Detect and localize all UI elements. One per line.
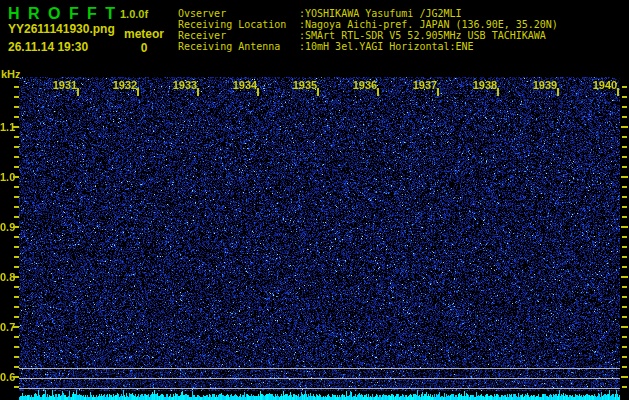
x-axis-time-tick: [77, 88, 79, 96]
y-axis-minor-tick-right: [622, 246, 627, 248]
y-axis-minor-tick-right: [622, 186, 627, 188]
y-axis-minor-tick: [14, 286, 19, 288]
y-axis-major-tick: [13, 376, 19, 378]
x-axis-time-tick: [377, 88, 379, 96]
y-axis-label: 1.1: [0, 121, 14, 133]
y-axis-minor-tick: [14, 306, 19, 308]
station-info-row: Receiving Antenna:10mH 3el.YAGI Horizont…: [178, 41, 558, 52]
station-info-row: Receiver:SMArt RTL-SDR V5 52.905MHz USB …: [178, 30, 558, 41]
app-title: H R O F F T: [8, 5, 117, 23]
y-axis-minor-tick-right: [622, 336, 627, 338]
y-axis-minor-tick: [14, 266, 19, 268]
y-axis-minor-tick: [14, 296, 19, 298]
y-axis-major-tick-right: [621, 376, 628, 378]
y-axis-minor-tick: [14, 146, 19, 148]
y-axis-minor-tick-right: [622, 156, 627, 158]
y-axis-major-tick: [13, 176, 19, 178]
y-axis-minor-tick: [14, 186, 19, 188]
y-axis-minor-tick-right: [622, 286, 627, 288]
x-axis-time-tick: [557, 88, 559, 96]
y-axis-minor-tick-right: [622, 306, 627, 308]
y-axis-minor-tick: [14, 136, 19, 138]
y-axis-major-tick: [13, 226, 19, 228]
y-axis-minor-tick-right: [622, 206, 627, 208]
y-axis-minor-tick: [14, 386, 19, 388]
y-axis-label: 0.9: [0, 221, 14, 233]
y-axis-minor-tick-right: [622, 216, 627, 218]
y-axis-minor-tick: [14, 356, 19, 358]
y-axis-minor-tick-right: [622, 256, 627, 258]
spectrogram-canvas: [19, 77, 620, 400]
y-axis-minor-tick-right: [622, 266, 627, 268]
y-axis-minor-tick: [14, 336, 19, 338]
x-axis-time-tick: [317, 88, 319, 96]
y-axis-major-tick-right: [621, 326, 628, 328]
y-axis-minor-tick: [14, 366, 19, 368]
output-filename: YY2611141930.png: [8, 22, 115, 36]
y-axis-minor-tick: [14, 86, 19, 88]
y-axis-minor-tick-right: [622, 146, 627, 148]
y-axis-label: 1.0: [0, 171, 14, 183]
meteor-count: 0: [123, 41, 165, 55]
y-axis-major-tick-right: [621, 126, 628, 128]
y-axis-minor-tick-right: [622, 236, 627, 238]
mode-label: meteor: [123, 27, 165, 41]
y-axis-minor-tick-right: [622, 386, 627, 388]
y-axis-label: 0.7: [0, 321, 14, 333]
station-info-value: :Nagoya Aichi-pref. JAPAN (136.90E, 35.2…: [299, 19, 558, 30]
y-axis-minor-tick-right: [622, 356, 627, 358]
y-axis-label: 0.8: [0, 271, 14, 283]
y-axis-minor-tick: [14, 206, 19, 208]
station-info-value: :10mH 3el.YAGI Horizontal:ENE: [299, 41, 474, 52]
station-info: Ovserver:YOSHIKAWA Yasufumi /JG2MLIRecei…: [178, 8, 558, 52]
y-axis-minor-tick: [14, 346, 19, 348]
y-axis-minor-tick-right: [622, 166, 627, 168]
y-axis-minor-tick: [14, 116, 19, 118]
y-axis-major-tick: [13, 126, 19, 128]
y-axis-minor-tick-right: [622, 116, 627, 118]
y-axis-minor-tick: [14, 216, 19, 218]
y-axis-minor-tick-right: [622, 96, 627, 98]
x-axis-time-tick: [437, 88, 439, 96]
x-axis-time-tick: [137, 88, 139, 96]
y-axis-minor-tick: [14, 256, 19, 258]
y-axis-minor-tick: [14, 246, 19, 248]
station-info-label: Receiver: [178, 30, 299, 41]
station-info-row: Ovserver:YOSHIKAWA Yasufumi /JG2MLI: [178, 8, 558, 19]
x-axis-time-tick: [617, 88, 619, 96]
y-axis-minor-tick-right: [622, 296, 627, 298]
y-axis-minor-tick-right: [622, 136, 627, 138]
station-info-value: :YOSHIKAWA Yasufumi /JG2MLI: [299, 8, 462, 19]
x-axis-time-tick: [497, 88, 499, 96]
y-axis-minor-tick-right: [622, 106, 627, 108]
y-axis-major-tick-right: [621, 176, 628, 178]
y-axis-unit: kHz: [1, 68, 21, 80]
y-axis-minor-tick-right: [622, 346, 627, 348]
station-info-value: :SMArt RTL-SDR V5 52.905MHz USB TACHIKAW…: [299, 30, 546, 41]
x-axis-time-tick: [197, 88, 199, 96]
y-axis-minor-tick: [14, 166, 19, 168]
station-info-label: Receiving Antenna: [178, 41, 299, 52]
y-axis-major-tick: [13, 326, 19, 328]
hrofft-window: H R O F F T 1.0.0f YY2611141930.png mete…: [0, 0, 629, 400]
y-axis-minor-tick: [14, 316, 19, 318]
station-info-label: Receiving Location: [178, 19, 299, 30]
y-axis-minor-tick-right: [622, 86, 627, 88]
date-time: 26.11.14 19:30: [8, 40, 88, 54]
x-axis-time-tick: [257, 88, 259, 96]
station-info-label: Ovserver: [178, 8, 299, 19]
y-axis-minor-tick: [14, 196, 19, 198]
y-axis-major-tick-right: [621, 226, 628, 228]
y-axis-minor-tick: [14, 106, 19, 108]
y-axis-major-tick-right: [621, 276, 628, 278]
y-axis-minor-tick: [14, 96, 19, 98]
y-axis-minor-tick: [14, 156, 19, 158]
y-axis-minor-tick: [14, 236, 19, 238]
station-info-row: Receiving Location:Nagoya Aichi-pref. JA…: [178, 19, 558, 30]
y-axis-label: 0.6: [0, 371, 14, 383]
y-axis-minor-tick-right: [622, 366, 627, 368]
y-axis-minor-tick-right: [622, 316, 627, 318]
y-axis-minor-tick-right: [622, 196, 627, 198]
app-version: 1.0.0f: [120, 8, 148, 20]
y-axis-major-tick: [13, 276, 19, 278]
